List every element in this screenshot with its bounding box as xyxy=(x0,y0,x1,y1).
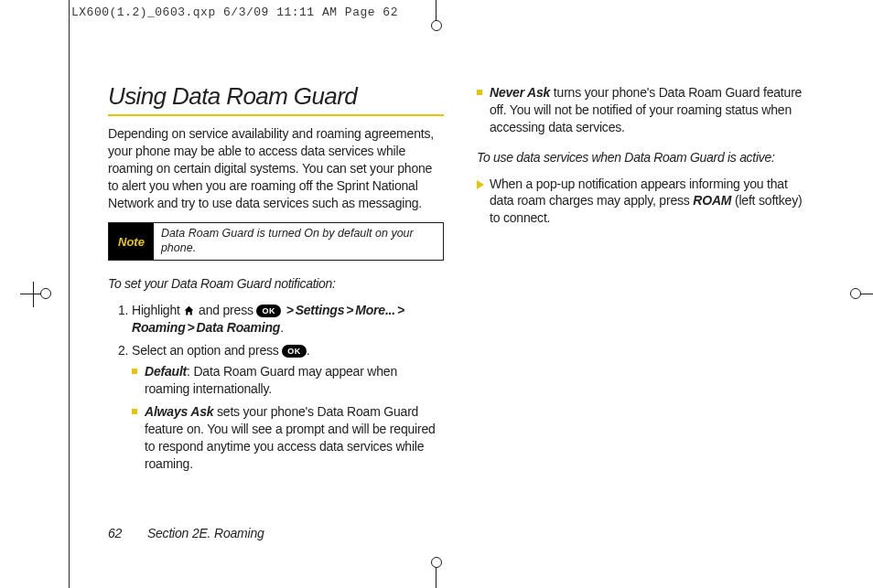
note-text: Data Roam Guard is turned On by default … xyxy=(154,223,443,259)
menu-more: More... xyxy=(355,303,395,317)
options-list-cont: Never Ask turns your phone's Data Roam G… xyxy=(477,84,813,136)
page-number: 62 xyxy=(108,526,122,540)
step-1: Highlight and press OK >Settings>More...… xyxy=(132,302,444,337)
note-box: Note Data Roam Guard is turned On by def… xyxy=(108,222,444,260)
spine-rule xyxy=(69,0,70,588)
ok-key-icon: OK xyxy=(256,305,281,317)
active-steps: When a pop-up notification appears infor… xyxy=(477,176,813,228)
option-always-term: Always Ask xyxy=(145,404,213,419)
crop-mark xyxy=(431,20,442,31)
right-column: Never Ask turns your phone's Data Roam G… xyxy=(477,82,813,483)
option-never-term: Never Ask xyxy=(490,85,550,100)
roam-softkey: ROAM xyxy=(693,193,731,208)
home-icon xyxy=(183,302,195,319)
menu-data-roaming: Data Roaming xyxy=(196,320,280,335)
option-never-ask: Never Ask turns your phone's Data Roam G… xyxy=(490,84,813,136)
page-footer: 62 Section 2E. Roaming xyxy=(108,526,264,540)
step-2: Select an option and press OK. Default: … xyxy=(132,342,444,472)
menu-settings: Settings xyxy=(296,303,345,317)
steps-list: Highlight and press OK >Settings>More...… xyxy=(108,302,444,473)
crop-mark xyxy=(850,288,861,299)
gt: > xyxy=(186,320,197,335)
subhead-set-notification: To set your Data Roam Guard notification… xyxy=(108,275,444,293)
gt: > xyxy=(344,303,355,317)
title-underline xyxy=(108,114,444,116)
intro-paragraph: Depending on service availability and ro… xyxy=(108,125,444,211)
gt: > xyxy=(395,303,406,317)
print-slug: LX600(1.2)_0603.qxp 6/3/09 11:11 AM Page… xyxy=(71,5,398,19)
subhead-use-active: To use data services when Data Roam Guar… xyxy=(477,149,813,166)
crop-mark xyxy=(431,557,442,568)
page-content: Using Data Roam Guard Depending on servi… xyxy=(108,82,813,483)
options-list: Default: Data Roam Guard may appear when… xyxy=(132,363,444,472)
step-1-mid: and press xyxy=(195,303,256,317)
step-2-pre: Select an option and press xyxy=(132,343,282,358)
active-step-1: When a pop-up notification appears infor… xyxy=(490,176,813,228)
option-always-ask: Always Ask sets your phone's Data Roam G… xyxy=(145,403,444,473)
left-column: Using Data Roam Guard Depending on servi… xyxy=(108,82,444,483)
step-2-end: . xyxy=(307,343,310,358)
note-label: Note xyxy=(109,223,154,259)
step-1-end: . xyxy=(280,320,284,335)
crop-mark xyxy=(33,282,34,307)
step-1-pre: Highlight xyxy=(132,303,183,317)
section-label: Section 2E. Roaming xyxy=(147,526,264,540)
ok-key-icon: OK xyxy=(282,345,307,358)
option-default-term: Default xyxy=(145,364,187,379)
section-title: Using Data Roam Guard xyxy=(108,82,444,111)
menu-roaming: Roaming xyxy=(132,320,186,335)
option-default: Default: Data Roam Guard may appear when… xyxy=(145,363,444,398)
gt: > xyxy=(285,303,296,317)
crop-mark xyxy=(40,288,51,299)
